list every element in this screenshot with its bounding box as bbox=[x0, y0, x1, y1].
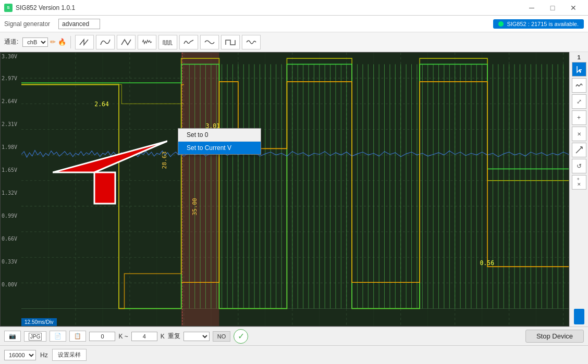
toolbar: 通道: chB chA ✏ 🔥 bbox=[0, 32, 588, 52]
time-label: 12.50ms/Div bbox=[21, 318, 57, 326]
wave-pulse-button[interactable] bbox=[158, 35, 177, 49]
save-icon: 📄 bbox=[54, 333, 62, 339]
y-label-2v64: 2.64V bbox=[2, 98, 17, 104]
cursor-button[interactable] bbox=[572, 62, 586, 77]
load-icon: 📋 bbox=[74, 333, 81, 339]
k-value2-input[interactable] bbox=[131, 332, 157, 341]
svg-text:2.64: 2.64 bbox=[94, 100, 109, 107]
wave-sin2-button[interactable] bbox=[200, 35, 219, 49]
repeat-select[interactable] bbox=[183, 332, 210, 341]
export-jpg-button[interactable]: JPG bbox=[24, 331, 46, 342]
y-label-1v98: 1.98V bbox=[2, 144, 17, 150]
status-badge: SIG852 : 21715 is available. bbox=[493, 19, 584, 29]
wave-triangle-button[interactable] bbox=[117, 35, 136, 49]
save-button[interactable]: 📄 bbox=[50, 331, 66, 342]
undo-button[interactable]: ↺ bbox=[572, 159, 586, 173]
separator1 bbox=[70, 36, 71, 48]
channel-label: 通道: bbox=[4, 37, 18, 46]
freq-select[interactable]: 16000 8000 44100 bbox=[4, 350, 36, 360]
y-label-0v33: 0.33V bbox=[2, 259, 17, 265]
mode-input[interactable] bbox=[58, 19, 100, 29]
minimize-button[interactable]: ─ bbox=[521, 0, 542, 16]
diagonal-tool-button[interactable] bbox=[572, 143, 586, 157]
flame-icon[interactable]: 🔥 bbox=[58, 38, 66, 46]
hz-label: Hz bbox=[40, 352, 48, 359]
close-trace-button[interactable]: ✕ bbox=[572, 127, 586, 141]
repeat-label: 重复 bbox=[168, 332, 180, 341]
set-sample-button[interactable]: 设置采样 bbox=[52, 349, 87, 361]
svg-text:35.00: 35.00 bbox=[191, 198, 198, 216]
oscilloscope-panel[interactable]: 3.30V 2.97V 2.64V 2.31V 1.98V 1.65V 1.32… bbox=[0, 52, 569, 327]
y-label-0v00: 0.00V bbox=[2, 282, 17, 287]
menubar: Signal generator SIG852 : 21715 is avail… bbox=[0, 16, 588, 32]
channel-select[interactable]: chB chA bbox=[22, 37, 48, 47]
y-label-0v99: 0.99V bbox=[2, 213, 17, 219]
k-label2: K bbox=[161, 333, 165, 340]
ok-button[interactable]: ✓ bbox=[234, 329, 248, 344]
expand-button[interactable]: ⤢ bbox=[572, 94, 586, 109]
app-logo: S bbox=[4, 4, 13, 12]
right-toolbar: 1 ⤢ + ✕ ↺ +✕ bbox=[569, 52, 588, 327]
zoom-in-button[interactable]: + bbox=[572, 110, 586, 125]
k-value1-input[interactable] bbox=[89, 332, 115, 341]
blue-scroll-bar[interactable] bbox=[574, 309, 584, 324]
bottom-bar: 📷 JPG 📄 📋 K ~ K 重复 NO ✓ Stop Device bbox=[0, 327, 588, 345]
svg-text:28.63: 28.63 bbox=[161, 152, 168, 169]
wave-ramp-button[interactable] bbox=[75, 35, 94, 49]
wave-square-button[interactable] bbox=[221, 35, 240, 49]
ctx-set-to-current-v[interactable]: Set to Current V bbox=[178, 142, 261, 154]
channel-number: 1 bbox=[577, 54, 580, 60]
y-label-2v97: 2.97V bbox=[2, 76, 17, 81]
svg-text:0.56: 0.56 bbox=[480, 259, 495, 266]
no-button[interactable]: NO bbox=[213, 331, 231, 342]
wave-custom-button[interactable] bbox=[242, 35, 261, 49]
titlebar: S SIG852 Version 1.0.1 ─ □ ✕ bbox=[0, 0, 588, 16]
y-label-1v65: 1.65V bbox=[2, 167, 17, 173]
status-text: SIG852 : 21715 is available. bbox=[507, 21, 579, 27]
wave-arb-button[interactable] bbox=[179, 35, 198, 49]
context-menu: Set to 0 Set to Current V bbox=[178, 128, 261, 155]
camera-icon: 📷 bbox=[9, 333, 16, 339]
pencil-icon[interactable]: ✏ bbox=[50, 38, 56, 46]
stop-device-button[interactable]: Stop Device bbox=[525, 330, 584, 343]
close-button[interactable]: ✕ bbox=[563, 0, 584, 16]
plus-x-button[interactable]: +✕ bbox=[572, 175, 586, 190]
y-label-1v32: 1.32V bbox=[2, 190, 17, 196]
k-label1: K ~ bbox=[118, 333, 128, 340]
main-area: 3.30V 2.97V 2.64V 2.31V 1.98V 1.65V 1.32… bbox=[0, 52, 588, 327]
y-label-3v30: 3.30V bbox=[2, 54, 17, 59]
wave-sine-button[interactable] bbox=[96, 35, 115, 49]
titlebar-left: S SIG852 Version 1.0.1 bbox=[4, 4, 75, 12]
y-label-2v31: 2.31V bbox=[2, 121, 17, 127]
osc-traces: 3.01 2.64 0.56 28.63 35.00 bbox=[21, 53, 569, 326]
ctx-set-to-0[interactable]: Set to 0 bbox=[178, 129, 261, 142]
maximize-button[interactable]: □ bbox=[542, 0, 563, 16]
status-bar: 16000 8000 44100 Hz 设置采样 bbox=[0, 345, 588, 364]
screenshot-button[interactable]: 📷 bbox=[4, 331, 21, 342]
waveform-view-button[interactable] bbox=[572, 78, 586, 93]
status-dot bbox=[498, 21, 504, 27]
signal-gen-label: Signal generator bbox=[4, 20, 50, 28]
app-title: SIG852 Version 1.0.1 bbox=[16, 4, 75, 11]
y-label-0v66: 0.66V bbox=[2, 236, 17, 242]
load-button[interactable]: 📋 bbox=[69, 331, 86, 342]
jpg-icon: JPG bbox=[29, 333, 42, 341]
wave-noise-button[interactable] bbox=[138, 35, 156, 49]
window-controls: ─ □ ✕ bbox=[521, 0, 584, 16]
svg-line-109 bbox=[576, 147, 582, 153]
